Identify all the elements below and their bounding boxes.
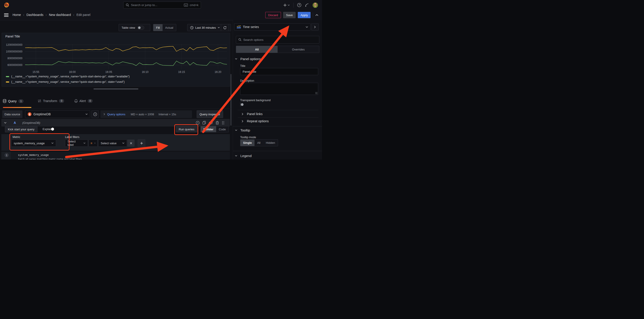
textarea-resize-grip[interactable] <box>315 92 318 94</box>
remove-filter-button[interactable] <box>127 140 134 147</box>
legend-label-available: {__name__="system_memory_usage", service… <box>11 75 130 78</box>
legend-label-used: {__name__="system_memory_usage", service… <box>11 80 125 84</box>
menu-hamburger-icon[interactable] <box>4 14 8 17</box>
fill-option[interactable]: Fill <box>154 24 162 31</box>
chevron-down-icon <box>122 142 124 144</box>
code-option[interactable]: Code <box>216 126 228 132</box>
global-search-input[interactable]: Search or jump to... cmd+k <box>123 2 201 9</box>
duplicate-query-icon[interactable] <box>202 121 206 125</box>
transparent-background-toggle[interactable] <box>240 103 240 106</box>
delete-query-trash-icon[interactable] <box>216 121 219 125</box>
news-rss-icon[interactable] <box>305 3 309 7</box>
refresh-button[interactable] <box>221 24 229 31</box>
y-axis-tick: 6000000000 <box>4 64 22 67</box>
builder-code-switch: Builder Code <box>200 126 229 132</box>
tab-alert[interactable]: Alert 0 <box>74 99 92 103</box>
search-options-input[interactable]: Search options <box>236 36 319 44</box>
save-button[interactable]: Save <box>283 12 296 18</box>
pane-resize-handle[interactable] <box>94 88 138 90</box>
tooltip-mode-single[interactable]: Single <box>240 140 254 146</box>
builder-option[interactable]: Builder <box>201 126 216 132</box>
query-inspector-button[interactable]: Query inspector <box>197 110 223 118</box>
legend-section-header[interactable]: Legend <box>235 154 252 158</box>
datasource-picker[interactable]: GreptimeDB <box>25 110 90 118</box>
collapse-header-chevron-up-icon[interactable] <box>315 14 318 16</box>
datasource-help-button[interactable]: ? <box>92 110 99 118</box>
toggle-visibility-eye-icon[interactable] <box>209 121 213 124</box>
search-icon <box>238 38 242 41</box>
legend-color-used <box>6 81 9 83</box>
panel-links-section[interactable]: Panel links <box>242 112 262 116</box>
query-options-bar[interactable]: Query options MD = auto = 1008 Interval … <box>100 110 192 118</box>
x-axis-tick: 15:55 <box>32 71 39 74</box>
drag-handle-grip-icon[interactable] <box>222 121 224 125</box>
tooltip-mode-hidden[interactable]: Hidden <box>263 140 278 146</box>
kick-start-query-button[interactable]: Kick start your query <box>5 126 38 132</box>
tab-query[interactable]: Query 1 <box>3 99 24 103</box>
collapse-sidebar-button[interactable] <box>311 23 319 31</box>
add-menu-button[interactable] <box>283 3 290 7</box>
visualization-panel[interactable]: Panel Title <box>2 33 230 87</box>
tab-transform[interactable]: Transform 0 <box>38 99 64 103</box>
tab-all[interactable]: All <box>236 46 278 53</box>
user-avatar[interactable] <box>312 3 318 8</box>
apply-button[interactable]: Apply <box>298 12 310 18</box>
time-range-picker[interactable]: Last 30 minutes <box>188 24 222 31</box>
bell-icon <box>74 99 78 103</box>
panel-options-section-header[interactable]: Panel options <box>235 57 261 61</box>
x-axis-tick: 16:05 <box>106 71 112 74</box>
query-expression-hint: Fetch all series matching metric name an… <box>18 158 82 160</box>
breadcrumb-item[interactable]: New dashboard <box>49 13 71 17</box>
breadcrumb-separator: › <box>73 13 74 17</box>
chevron-down-icon <box>306 26 308 28</box>
chevron-down-icon <box>235 58 237 60</box>
visualization-name: Time series <box>243 25 259 29</box>
breadcrumb-item[interactable]: Home <box>12 13 21 17</box>
tooltip-mode-all[interactable]: All <box>254 140 263 146</box>
help-icon[interactable]: ? <box>297 3 301 7</box>
operator-value: = <box>90 142 92 145</box>
table-view-toggle[interactable] <box>138 26 144 30</box>
label-filter-operator-select[interactable]: = <box>88 140 98 147</box>
add-filter-button[interactable] <box>138 139 145 147</box>
search-icon <box>126 3 129 7</box>
visualization-picker[interactable]: Time series <box>234 23 310 31</box>
collapse-query-chevron-icon <box>4 122 6 124</box>
tooltip-section-header[interactable]: Tooltip <box>235 128 250 132</box>
nav-divider <box>293 3 294 8</box>
description-textarea[interactable] <box>240 83 318 95</box>
run-queries-highlight-box <box>174 124 198 135</box>
legend-item-used[interactable]: {__name__="system_memory_usage", service… <box>6 80 125 84</box>
query-line-number: 1 <box>4 153 9 157</box>
table-view-label: Table view <box>122 26 135 29</box>
grafana-logo-icon[interactable] <box>4 2 10 8</box>
tooltip-mode-switch: Single All Hidden <box>240 139 278 146</box>
discard-button[interactable]: Discard <box>265 12 281 18</box>
repeat-options-section[interactable]: Repeat options <box>242 119 269 123</box>
breadcrumb: Home›Dashboards›New dashboard›Edit panel <box>12 13 90 17</box>
tab-transform-count: 0 <box>59 99 64 103</box>
legend-color-available <box>6 76 9 77</box>
main-scrollbar[interactable] <box>230 74 232 126</box>
query-help-icon[interactable]: ? <box>196 121 200 125</box>
table-view-toggle-group[interactable]: Table view <box>118 24 150 31</box>
chevron-down-icon <box>94 142 96 144</box>
label-filter-value-select[interactable]: Select value <box>98 140 127 147</box>
query-options-link[interactable]: Query options <box>107 113 125 116</box>
tab-overrides[interactable]: Overrides <box>278 46 319 53</box>
query-refid[interactable]: A <box>14 121 16 125</box>
svg-text:?: ? <box>298 4 300 6</box>
panel-title-input[interactable]: Panel Title <box>240 68 318 75</box>
breadcrumb-item[interactable]: Dashboards <box>26 13 44 17</box>
legend-item-available[interactable]: {__name__="system_memory_usage", service… <box>6 75 130 78</box>
greptimedb-icon <box>28 112 32 116</box>
breadcrumb-item[interactable]: Edit panel <box>76 13 90 17</box>
search-shortcut: cmd+k <box>190 3 198 7</box>
keyboard-icon <box>184 4 188 7</box>
database-icon <box>3 99 6 103</box>
actual-option[interactable]: Actual <box>162 24 176 31</box>
time-series-viz-icon <box>236 25 241 29</box>
description-field-label: Description <box>240 79 254 82</box>
explain-label: Explain <box>42 127 52 131</box>
chevron-down-icon <box>86 114 88 115</box>
